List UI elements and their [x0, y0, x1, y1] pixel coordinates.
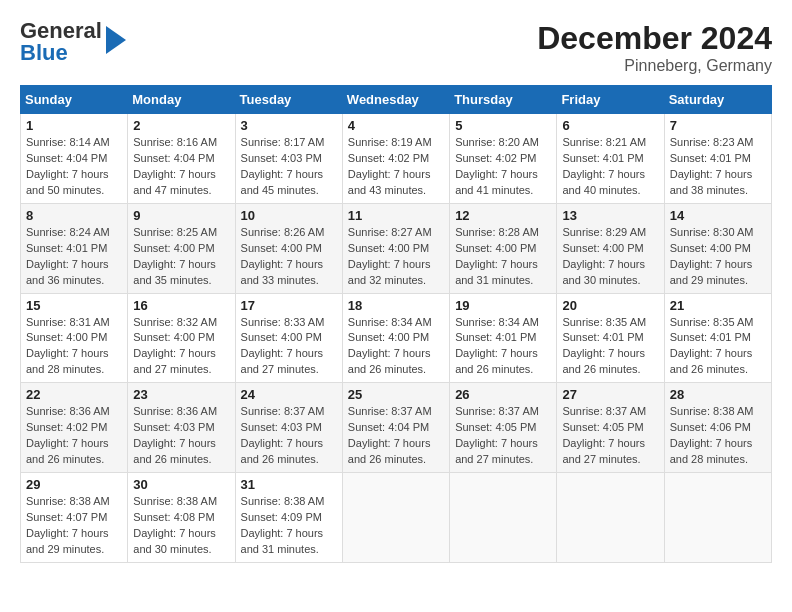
table-cell: 16 Sunrise: 8:32 AM Sunset: 4:00 PM Dayl… [128, 293, 235, 383]
day-number: 7 [670, 118, 766, 133]
sunset-label: Sunset: 4:01 PM [562, 152, 643, 164]
sunset-label: Sunset: 4:03 PM [241, 152, 322, 164]
table-cell: 9 Sunrise: 8:25 AM Sunset: 4:00 PM Dayli… [128, 203, 235, 293]
day-number: 24 [241, 387, 337, 402]
daylight-label: Daylight: 7 hours and 30 minutes. [133, 527, 216, 555]
sunrise-label: Sunrise: 8:21 AM [562, 136, 646, 148]
day-info: Sunrise: 8:28 AM Sunset: 4:00 PM Dayligh… [455, 225, 551, 289]
sunset-label: Sunset: 4:05 PM [455, 421, 536, 433]
sunrise-label: Sunrise: 8:26 AM [241, 226, 325, 238]
daylight-label: Daylight: 7 hours and 27 minutes. [241, 347, 324, 375]
sunrise-label: Sunrise: 8:37 AM [241, 405, 325, 417]
sunrise-label: Sunrise: 8:24 AM [26, 226, 110, 238]
day-info: Sunrise: 8:36 AM Sunset: 4:03 PM Dayligh… [133, 404, 229, 468]
page-title: December 2024 [537, 20, 772, 57]
day-info: Sunrise: 8:36 AM Sunset: 4:02 PM Dayligh… [26, 404, 122, 468]
day-info: Sunrise: 8:37 AM Sunset: 4:05 PM Dayligh… [562, 404, 658, 468]
sunrise-label: Sunrise: 8:29 AM [562, 226, 646, 238]
table-cell: 27 Sunrise: 8:37 AM Sunset: 4:05 PM Dayl… [557, 383, 664, 473]
sunrise-label: Sunrise: 8:36 AM [133, 405, 217, 417]
day-info: Sunrise: 8:30 AM Sunset: 4:00 PM Dayligh… [670, 225, 766, 289]
day-info: Sunrise: 8:27 AM Sunset: 4:00 PM Dayligh… [348, 225, 444, 289]
day-info: Sunrise: 8:38 AM Sunset: 4:09 PM Dayligh… [241, 494, 337, 558]
table-cell: 12 Sunrise: 8:28 AM Sunset: 4:00 PM Dayl… [450, 203, 557, 293]
day-info: Sunrise: 8:35 AM Sunset: 4:01 PM Dayligh… [670, 315, 766, 379]
page-subtitle: Pinneberg, Germany [537, 57, 772, 75]
daylight-label: Daylight: 7 hours and 26 minutes. [348, 347, 431, 375]
day-number: 6 [562, 118, 658, 133]
table-cell: 8 Sunrise: 8:24 AM Sunset: 4:01 PM Dayli… [21, 203, 128, 293]
sunrise-label: Sunrise: 8:14 AM [26, 136, 110, 148]
table-cell: 5 Sunrise: 8:20 AM Sunset: 4:02 PM Dayli… [450, 114, 557, 204]
sunrise-label: Sunrise: 8:34 AM [455, 316, 539, 328]
daylight-label: Daylight: 7 hours and 26 minutes. [455, 347, 538, 375]
day-info: Sunrise: 8:16 AM Sunset: 4:04 PM Dayligh… [133, 135, 229, 199]
day-number: 2 [133, 118, 229, 133]
daylight-label: Daylight: 7 hours and 30 minutes. [562, 258, 645, 286]
day-number: 22 [26, 387, 122, 402]
table-cell: 30 Sunrise: 8:38 AM Sunset: 4:08 PM Dayl… [128, 473, 235, 563]
daylight-label: Daylight: 7 hours and 32 minutes. [348, 258, 431, 286]
day-info: Sunrise: 8:38 AM Sunset: 4:07 PM Dayligh… [26, 494, 122, 558]
sunset-label: Sunset: 4:04 PM [348, 421, 429, 433]
sunrise-label: Sunrise: 8:28 AM [455, 226, 539, 238]
sunrise-label: Sunrise: 8:16 AM [133, 136, 217, 148]
day-number: 13 [562, 208, 658, 223]
col-tuesday: Tuesday [235, 86, 342, 114]
day-info: Sunrise: 8:24 AM Sunset: 4:01 PM Dayligh… [26, 225, 122, 289]
day-info: Sunrise: 8:21 AM Sunset: 4:01 PM Dayligh… [562, 135, 658, 199]
sunset-label: Sunset: 4:02 PM [26, 421, 107, 433]
sunrise-label: Sunrise: 8:34 AM [348, 316, 432, 328]
day-info: Sunrise: 8:37 AM Sunset: 4:03 PM Dayligh… [241, 404, 337, 468]
daylight-label: Daylight: 7 hours and 47 minutes. [133, 168, 216, 196]
sunset-label: Sunset: 4:01 PM [562, 331, 643, 343]
daylight-label: Daylight: 7 hours and 45 minutes. [241, 168, 324, 196]
day-number: 29 [26, 477, 122, 492]
calendar-row: 29 Sunrise: 8:38 AM Sunset: 4:07 PM Dayl… [21, 473, 772, 563]
day-info: Sunrise: 8:33 AM Sunset: 4:00 PM Dayligh… [241, 315, 337, 379]
sunset-label: Sunset: 4:02 PM [348, 152, 429, 164]
day-number: 30 [133, 477, 229, 492]
table-cell: 21 Sunrise: 8:35 AM Sunset: 4:01 PM Dayl… [664, 293, 771, 383]
sunset-label: Sunset: 4:00 PM [133, 331, 214, 343]
table-cell: 25 Sunrise: 8:37 AM Sunset: 4:04 PM Dayl… [342, 383, 449, 473]
day-number: 15 [26, 298, 122, 313]
day-number: 27 [562, 387, 658, 402]
sunset-label: Sunset: 4:06 PM [670, 421, 751, 433]
table-cell: 23 Sunrise: 8:36 AM Sunset: 4:03 PM Dayl… [128, 383, 235, 473]
day-number: 25 [348, 387, 444, 402]
day-info: Sunrise: 8:31 AM Sunset: 4:00 PM Dayligh… [26, 315, 122, 379]
sunset-label: Sunset: 4:00 PM [348, 242, 429, 254]
sunrise-label: Sunrise: 8:37 AM [348, 405, 432, 417]
sunrise-label: Sunrise: 8:38 AM [670, 405, 754, 417]
table-cell: 6 Sunrise: 8:21 AM Sunset: 4:01 PM Dayli… [557, 114, 664, 204]
day-number: 17 [241, 298, 337, 313]
daylight-label: Daylight: 7 hours and 36 minutes. [26, 258, 109, 286]
sunset-label: Sunset: 4:00 PM [562, 242, 643, 254]
sunset-label: Sunset: 4:08 PM [133, 511, 214, 523]
sunrise-label: Sunrise: 8:19 AM [348, 136, 432, 148]
daylight-label: Daylight: 7 hours and 35 minutes. [133, 258, 216, 286]
table-cell: 29 Sunrise: 8:38 AM Sunset: 4:07 PM Dayl… [21, 473, 128, 563]
day-number: 10 [241, 208, 337, 223]
daylight-label: Daylight: 7 hours and 31 minutes. [455, 258, 538, 286]
day-number: 18 [348, 298, 444, 313]
sunset-label: Sunset: 4:03 PM [241, 421, 322, 433]
day-info: Sunrise: 8:34 AM Sunset: 4:01 PM Dayligh… [455, 315, 551, 379]
daylight-label: Daylight: 7 hours and 26 minutes. [133, 437, 216, 465]
sunrise-label: Sunrise: 8:20 AM [455, 136, 539, 148]
logo-arrow-icon [106, 26, 126, 54]
logo: General Blue [20, 20, 126, 64]
sunset-label: Sunset: 4:00 PM [670, 242, 751, 254]
calendar-row: 8 Sunrise: 8:24 AM Sunset: 4:01 PM Dayli… [21, 203, 772, 293]
day-number: 23 [133, 387, 229, 402]
table-cell: 14 Sunrise: 8:30 AM Sunset: 4:00 PM Dayl… [664, 203, 771, 293]
day-info: Sunrise: 8:29 AM Sunset: 4:00 PM Dayligh… [562, 225, 658, 289]
daylight-label: Daylight: 7 hours and 33 minutes. [241, 258, 324, 286]
logo-text: General Blue [20, 20, 102, 64]
col-thursday: Thursday [450, 86, 557, 114]
day-number: 5 [455, 118, 551, 133]
daylight-label: Daylight: 7 hours and 27 minutes. [562, 437, 645, 465]
sunset-label: Sunset: 4:02 PM [455, 152, 536, 164]
day-number: 3 [241, 118, 337, 133]
